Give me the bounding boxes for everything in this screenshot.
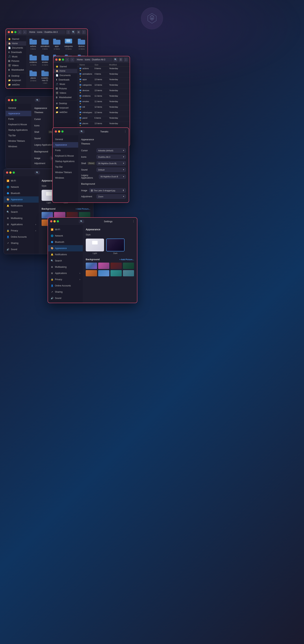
search-button[interactable]: 🔍 <box>114 58 118 62</box>
search-bar[interactable]: 🔍 <box>35 98 40 102</box>
sidebar-item-videos[interactable]: 🎬 Videos <box>53 91 77 95</box>
file-item-animations[interactable]: animations 4 items <box>39 38 51 52</box>
nav-item-general[interactable]: General <box>53 136 78 142</box>
settings-2-menu-button[interactable]: ⋮ <box>132 220 135 223</box>
nav-item-startup[interactable]: Startup Applications <box>53 158 78 164</box>
sound-select[interactable]: Default ▾ <box>97 168 126 172</box>
sidebar-item-wastebasket[interactable]: 🗑 Wastebasket <box>6 68 26 72</box>
nav-item-bluetooth[interactable]: 🔷 Bluetooth <box>4 190 39 196</box>
sidebar-item-home[interactable]: 🏠 Home <box>6 41 26 46</box>
file-item-scalable[interactable]: scalable-max-32 1 item <box>39 69 51 86</box>
icons-select[interactable]: Duskfox-Alt-3 ▾ <box>97 155 126 159</box>
bg-thumbnail-4[interactable] <box>123 262 134 269</box>
options-button[interactable]: ⋮ <box>124 58 128 62</box>
table-row[interactable]: categories 13 items Yesterday ★ <box>77 83 130 89</box>
sidebar-item-pictures[interactable]: 🖼 Pictures <box>6 59 26 63</box>
nav-item-general[interactable]: General <box>6 105 31 111</box>
nav-item-multitasking[interactable]: ⊞ Multitasking <box>4 215 39 221</box>
minimize-button[interactable] <box>9 172 11 174</box>
nav-item-sound[interactable]: 🔊 Sound <box>4 246 39 252</box>
minimize-button[interactable] <box>11 99 13 101</box>
forward-button[interactable]: › <box>23 30 27 34</box>
nav-item-wifi[interactable]: 📶 Wi-Fi <box>4 178 39 184</box>
nav-item-search[interactable]: 🔍 Search <box>48 258 83 264</box>
bg-thumbnail-2[interactable] <box>98 262 110 269</box>
options-button[interactable]: ⋮ <box>82 30 86 34</box>
sidebar-item-home[interactable]: 🏠 Home <box>53 69 77 73</box>
back-button[interactable]: ‹ <box>17 30 22 34</box>
file-item-emblems[interactable]: emblems 11 items <box>28 54 38 68</box>
forward-button[interactable]: › <box>70 58 74 62</box>
file-item-apps[interactable]: apps 13 items <box>52 38 62 52</box>
adjustment-select[interactable]: Zoom ▾ <box>97 194 126 198</box>
back-button[interactable]: ‹ <box>65 58 69 62</box>
maximize-button[interactable] <box>14 31 16 33</box>
file-item-devices[interactable]: devices 13 items <box>75 38 88 52</box>
table-row[interactable]: devices 13 items Yesterday ★ <box>77 89 130 94</box>
file-item-categories[interactable]: categories 13 items <box>63 38 74 52</box>
sidebar-item-webdev[interactable]: 📁 webDev <box>6 82 26 87</box>
table-row[interactable]: panel 6 items Yesterday ★ <box>77 116 130 122</box>
search-bar[interactable]: 🔍 <box>79 130 85 133</box>
shell-select[interactable]: 06-Nightfox-Dusk-BL ▾ <box>97 161 126 166</box>
nav-item-topbar[interactable]: Top Bar <box>6 133 31 138</box>
nav-item-wifi[interactable]: 📶 Wi-Fi <box>48 226 83 233</box>
add-picture-button-2[interactable]: + Add Picture... <box>119 258 134 260</box>
style-option-light[interactable]: Light <box>86 238 104 254</box>
file-item-emotes[interactable]: emotes 11 items <box>39 54 51 68</box>
file-item-places[interactable]: places 13 items <box>28 69 38 86</box>
sidebar-item-downloads[interactable]: ⬇ Downloads <box>53 78 77 82</box>
bg-thumbnail-3[interactable] <box>110 262 122 269</box>
list-view-button[interactable]: ☰ <box>119 58 123 62</box>
sidebar-item-pictures[interactable]: 🖼 Pictures <box>53 86 77 91</box>
bg-thumbnail-5[interactable] <box>86 270 97 276</box>
sidebar-item-webdev[interactable]: 📁 webDev <box>53 110 77 114</box>
nav-item-windows[interactable]: Windows <box>6 144 31 149</box>
nav-item-fonts[interactable]: Fonts <box>53 148 78 153</box>
nav-item-fonts[interactable]: Fonts <box>6 116 31 122</box>
path-bar[interactable]: Home / icons / Duskfox-Alt-3 <box>75 58 113 62</box>
style-option-dark[interactable]: Dark <box>106 238 125 254</box>
nav-item-sharing[interactable]: ↗ Sharing <box>48 289 83 295</box>
nav-item-titlebars[interactable]: Window Titlebars <box>6 138 31 144</box>
nav-item-appearance[interactable]: Appearance <box>6 111 31 116</box>
nav-item-notifications[interactable]: 🔔 Notifications <box>4 203 39 209</box>
nav-item-network[interactable]: 🌐 Network <box>4 184 39 190</box>
close-button[interactable] <box>55 58 57 61</box>
table-row[interactable]: intl 12 items Yesterday ★ <box>77 105 130 111</box>
table-row[interactable]: emotes 11 items Yesterday ★ <box>77 100 130 105</box>
table-row[interactable]: animations 4 items Yesterday ★ <box>77 72 130 78</box>
nav-item-sharing[interactable]: ↗ Sharing <box>4 240 39 246</box>
sidebar-item-desktop[interactable]: 🖥 Desktop <box>6 74 26 78</box>
image-button[interactable]: 🖼 The-Lake-3-dragged.jpg ⬆ <box>89 188 126 192</box>
sidebar-item-downloads[interactable]: ⬇ Downloads <box>6 50 26 54</box>
close-button[interactable] <box>50 220 52 222</box>
nav-item-topbar[interactable]: Top Bar <box>53 164 78 170</box>
sidebar-item-documents[interactable]: 📄 Documents <box>6 46 26 50</box>
nav-item-online-accounts[interactable]: 👤 Online Accounts <box>48 282 83 289</box>
nav-item-multitasking[interactable]: ⊞ Multitasking <box>48 264 83 270</box>
nav-item-keyboard[interactable]: Keyboard & Mouse <box>6 122 31 127</box>
tweaks-2-menu-button[interactable]: ⋮ <box>124 130 127 133</box>
nav-item-keyboard[interactable]: Keyboard & Mouse <box>53 153 78 158</box>
sidebar-item-music[interactable]: 🎵 Music <box>53 82 77 86</box>
nav-item-titlebars[interactable]: Window Titlebars <box>53 170 78 175</box>
nav-item-search[interactable]: 🔍 Search <box>4 209 39 215</box>
bg-thumbnail-8[interactable] <box>123 270 134 276</box>
path-bar[interactable]: Home / icons / Duskfox-Alt-3 <box>28 30 65 34</box>
bg-thumbnail-7[interactable] <box>110 270 122 276</box>
close-button[interactable] <box>8 99 10 101</box>
nav-item-privacy[interactable]: 🔒 Privacy › <box>48 276 83 282</box>
nav-item-windows[interactable]: Windows <box>53 175 78 180</box>
file-item-actions[interactable]: actions 9 items <box>28 38 38 52</box>
maximize-button[interactable] <box>14 99 17 101</box>
close-button[interactable] <box>6 172 8 174</box>
grid-view-button[interactable]: ⊞ <box>77 30 81 34</box>
nav-item-appearance[interactable]: 🎨 Appearance <box>48 245 83 252</box>
sidebar-item-wastebasket[interactable]: 🗑 Wastebasket <box>53 95 77 100</box>
sidebar-item-starred[interactable]: ⭐ Starred <box>53 64 77 69</box>
nav-item-appearance[interactable]: Appearance <box>53 142 78 148</box>
table-row[interactable]: actions 9 items Yesterday ★ <box>77 67 130 72</box>
close-button[interactable] <box>8 31 10 33</box>
bg-thumbnail-6[interactable] <box>98 270 110 276</box>
